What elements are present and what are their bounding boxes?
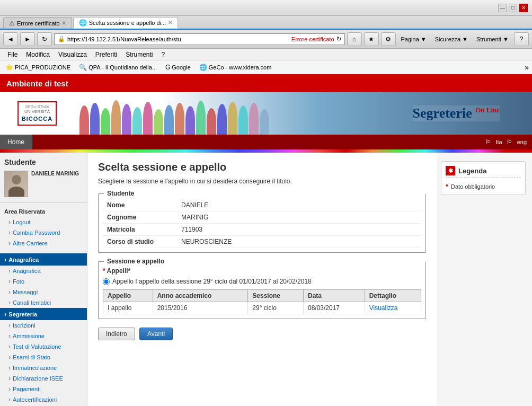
sidebar-item-ammissione[interactable]: Ammissione — [0, 331, 87, 341]
favorites-star-button[interactable]: ★ — [364, 32, 379, 46]
sidebar-item-canali-tematici[interactable]: Canali tematici — [0, 297, 87, 308]
sidebar-item-messaggi[interactable]: Messaggi — [0, 287, 87, 297]
table-row: Nome DANIELE — [103, 199, 421, 211]
cell-dettaglio: Visualizza — [365, 302, 421, 314]
cell-appello: I appello — [103, 302, 153, 314]
flag-ita-icon: 🏳 — [485, 138, 491, 146]
sidebar-item-iscrizioni[interactable]: Iscrizioni — [0, 320, 87, 331]
student-fieldset-legend: Studente — [104, 190, 425, 197]
nav-lang: 🏳 Ita 🏳 eng — [485, 138, 532, 146]
sidebar-item-logout[interactable]: Logout — [0, 217, 87, 227]
table-row: I appello 2015/2016 29° ciclo 08/03/2017… — [103, 302, 421, 314]
tab-active-icon: 🌐 — [79, 19, 87, 27]
legenda-item-label: Dato obbligatorio — [451, 183, 495, 190]
sidebar-item-foto[interactable]: Foto — [0, 276, 87, 287]
sidebar-item-dichiarazione-isee[interactable]: Dichiarazione ISEE — [0, 373, 87, 384]
home-button[interactable]: ⌂ — [347, 32, 362, 46]
toolbar-sicurezza[interactable]: Sicurezza ▼ — [432, 35, 471, 43]
fav-more-btn[interactable]: » — [525, 63, 529, 72]
sidebar-item-anagrafica[interactable]: Anagrafica — [0, 266, 87, 276]
cell-data: 08/03/2017 — [303, 302, 365, 314]
sidebar-item-test-valutazione[interactable]: Test di Valutazione — [0, 341, 87, 352]
sidebar-item-immatricolazione[interactable]: Immatricolazione — [0, 363, 87, 373]
menu-visualizza[interactable]: Visualizza — [54, 49, 91, 60]
nav-home-link[interactable]: Home — [0, 135, 32, 149]
content-area: Scelta sessione e appello Scegliere la s… — [87, 153, 437, 406]
area-riservata-title: Area Riservata — [0, 207, 87, 217]
lock-icon: 🔒 — [58, 36, 65, 42]
sidebar-group-segreteria[interactable]: Segreteria — [0, 308, 87, 320]
lang-ita[interactable]: Ita — [495, 139, 502, 145]
flag-eng-icon: 🏳 — [507, 138, 513, 146]
appelli-table: Appello Anno accademico Sessione Data De… — [103, 289, 421, 314]
address-bar: 🔒 Errore certificato ↻ — [54, 33, 345, 45]
appello-radio-item: Appello I appello della sessione 29° cic… — [103, 278, 421, 285]
student-photo-placeholder — [5, 171, 28, 197]
legenda-asterisk: * — [446, 182, 448, 190]
menu-help[interactable]: ? — [157, 49, 170, 60]
lang-eng[interactable]: eng — [517, 139, 527, 145]
page-subtitle: Scegliere la sessione e l'appello in cui… — [98, 178, 426, 185]
refresh-button[interactable]: ↻ — [37, 32, 52, 46]
forward-button[interactable]: ► — [20, 32, 35, 46]
tab-bar: ⚠ Errore certificato ✕ 🌐 Scelta sessione… — [0, 16, 532, 30]
fav-qpa[interactable]: 🔍 QPA - Il Quotidiano della... — [77, 63, 159, 72]
back-button[interactable]: Indietro — [98, 328, 135, 340]
maximize-btn[interactable]: □ — [509, 4, 517, 12]
browser-titlebar: — □ ✕ — [0, 0, 532, 16]
field-nome-value: DANIELE — [177, 199, 421, 211]
legenda-icon: ✱ — [446, 166, 455, 175]
fav-google[interactable]: G Google — [163, 63, 193, 72]
anagrafica-group-label: Anagrafica — [8, 257, 39, 263]
minimize-btn[interactable]: — — [498, 4, 507, 12]
tools-button[interactable]: ⚙ — [381, 32, 396, 46]
sidebar-item-cambia-password[interactable]: Cambia Password — [0, 227, 87, 238]
visualizza-link[interactable]: Visualizza — [369, 304, 398, 312]
session-fieldset-legend: Sessione e appello — [104, 258, 425, 265]
menu-strumenti[interactable]: Strumenti — [121, 49, 157, 60]
right-panel: ✱ Legenda * Dato obbligatorio — [437, 153, 532, 406]
logo-university: UNIVERSITÀ — [22, 109, 52, 114]
col-data: Data — [303, 290, 365, 302]
university-logo: DEGLI STUDI UNIVERSITÀ BICOCCA — [0, 92, 74, 135]
col-anno: Anno accademico — [153, 290, 248, 302]
tab-error-close[interactable]: ✕ — [62, 20, 66, 26]
nav-bar: Home 🏳 Ita 🏳 eng — [0, 135, 532, 149]
next-button[interactable]: Avanti — [139, 328, 173, 340]
toolbar-pagina[interactable]: Pagina ▼ — [398, 35, 430, 43]
field-nome-label: Nome — [103, 199, 177, 211]
menu-file[interactable]: File — [3, 49, 22, 60]
col-appello: Appello — [103, 290, 153, 302]
student-fieldset: Studente Nome DANIELE Cognome MARINIG — [98, 193, 426, 253]
menu-modifica[interactable]: Modifica — [22, 49, 54, 60]
btn-area: Indietro Avanti — [98, 328, 426, 340]
help-button[interactable]: ? — [514, 32, 529, 46]
header-banner: Segreterie On LinE — [74, 92, 532, 135]
sidebar-item-autocertificazioni[interactable]: Autocertificazioni — [0, 394, 87, 405]
tab-active[interactable]: 🌐 Scelta sessione e appello di... ✕ — [73, 17, 179, 29]
menu-bar: File Modifica Visualizza Preferiti Strum… — [0, 49, 532, 60]
back-button[interactable]: ◄ — [3, 32, 18, 46]
fav-geco[interactable]: 🌐 GeCo - www.xidera.com — [197, 63, 274, 72]
env-bar-label: Ambiente di test — [6, 79, 68, 88]
appello-radio[interactable] — [103, 278, 110, 285]
sidebar-item-pagamenti[interactable]: Pagamenti — [0, 384, 87, 394]
tab-error[interactable]: ⚠ Errore certificato ✕ — [3, 17, 72, 29]
fav-pica[interactable]: ⭐ PICA_PRODUZIONE — [3, 63, 73, 72]
tab-active-close[interactable]: ✕ — [168, 20, 172, 25]
cell-anno: 2015/2016 — [153, 302, 248, 314]
sidebar-group-anagrafica[interactable]: Anagrafica — [0, 253, 87, 266]
field-cognome-value: MARINIG — [177, 211, 421, 224]
close-btn[interactable]: ✕ — [519, 4, 528, 12]
menu-preferiti[interactable]: Preferiti — [91, 49, 121, 60]
tab-error-label: Errore certificato — [17, 20, 60, 27]
appello-radio-label: Appello I appello della sessione 29° cic… — [112, 278, 312, 285]
refresh-icon[interactable]: ↻ — [336, 36, 341, 42]
field-corso-label: Corso di studio — [103, 236, 177, 248]
field-matricola-label: Matricola — [103, 224, 177, 236]
session-fieldset-inner: * Appelli* Appello I appello della sessi… — [99, 267, 425, 319]
sidebar-item-esami-stato[interactable]: Esami di Stato — [0, 352, 87, 363]
toolbar-strumenti[interactable]: Strumenti ▼ — [473, 35, 512, 43]
sidebar-item-altre-carriere[interactable]: Altre Carriere — [0, 238, 87, 249]
url-input[interactable] — [67, 36, 289, 42]
